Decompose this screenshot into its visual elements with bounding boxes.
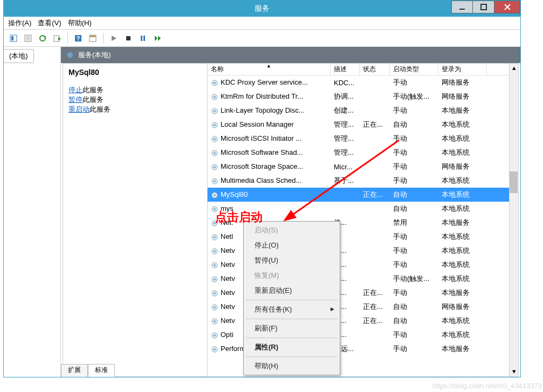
cm-resume: 恢复(M): [245, 268, 339, 283]
export-button[interactable]: [51, 32, 64, 45]
watermark: https://blog.csdn.net/m0_43413373: [432, 382, 542, 390]
cm-refresh[interactable]: 刷新(F): [245, 321, 339, 336]
sort-indicator-icon: ▲: [266, 64, 271, 68]
svg-point-57: [214, 292, 216, 294]
svg-point-29: [214, 96, 216, 98]
col-startup[interactable]: 启动类型: [390, 64, 438, 75]
svg-point-39: [214, 166, 216, 168]
start-service-button[interactable]: [107, 32, 120, 45]
restart-suffix: 此服务: [90, 105, 111, 113]
svg-point-33: [214, 124, 216, 126]
svg-point-35: [214, 138, 216, 140]
svg-point-51: [214, 250, 216, 252]
svg-text:?: ?: [77, 35, 80, 42]
svg-rect-20: [141, 36, 142, 41]
svg-point-43: [214, 194, 216, 196]
svg-point-47: [214, 222, 216, 224]
svg-marker-18: [112, 36, 116, 41]
list-button[interactable]: [86, 32, 99, 45]
service-row[interactable]: MySql80正在...自动本地系统: [208, 188, 518, 202]
col-desc[interactable]: 描述: [331, 64, 360, 75]
svg-rect-19: [126, 36, 130, 40]
tab-extended[interactable]: 扩展: [61, 364, 88, 377]
cm-restart[interactable]: 重新启动(E): [245, 283, 339, 298]
svg-point-41: [214, 180, 216, 182]
svg-rect-5: [11, 36, 13, 40]
refresh-button[interactable]: [36, 32, 49, 45]
close-button[interactable]: [494, 1, 520, 13]
col-status[interactable]: 状态: [360, 64, 390, 75]
properties-button[interactable]: [22, 32, 35, 45]
selected-service-name: MySql80: [68, 68, 202, 77]
scroll-thumb[interactable]: [510, 171, 518, 193]
svg-point-65: [214, 348, 216, 350]
cm-stop[interactable]: 停止(O): [245, 238, 339, 253]
svg-point-49: [214, 236, 216, 238]
cm-pause[interactable]: 暂停(U): [245, 253, 339, 268]
context-menu: 启动(S) 停止(O) 暂停(U) 恢复(M) 重新启动(E) 所有任务(K) …: [243, 221, 340, 375]
tree-node-local[interactable]: (本地): [4, 49, 34, 63]
svg-rect-0: [459, 9, 465, 10]
gear-icon: [66, 51, 74, 59]
maximize-button[interactable]: [473, 1, 494, 13]
pause-service-button[interactable]: [136, 32, 149, 45]
svg-rect-1: [481, 4, 486, 10]
service-row[interactable]: KDC Proxy Server service...KDC...手动网络服务: [208, 75, 518, 90]
toolbar: ?: [4, 30, 520, 47]
menu-help[interactable]: 帮助(H): [68, 18, 92, 28]
tab-standard[interactable]: 标准: [88, 364, 115, 377]
tree-pane: (本地): [4, 47, 61, 377]
col-name[interactable]: 名称▲: [208, 64, 331, 75]
svg-point-25: [69, 54, 71, 56]
restart-link[interactable]: 重启动: [68, 105, 90, 113]
cm-help[interactable]: 帮助(H): [245, 359, 339, 374]
svg-point-55: [214, 278, 216, 280]
service-row[interactable]: KtmRm for Distributed Tr...协调...手动(触发...…: [208, 90, 518, 104]
pause-suffix: 此服务: [83, 95, 104, 104]
svg-point-27: [214, 82, 216, 84]
menubar: 操作(A) 查看(V) 帮助(H): [4, 17, 520, 30]
stop-link[interactable]: 停止: [68, 86, 83, 94]
service-row[interactable]: Microsoft Storage Space...Micr...手动网络服务: [208, 160, 518, 174]
cm-properties[interactable]: 属性(R): [245, 340, 339, 355]
svg-point-31: [214, 110, 216, 112]
svg-marker-23: [158, 36, 161, 41]
menu-action[interactable]: 操作(A): [8, 18, 31, 28]
cm-all-tasks[interactable]: 所有任务(K): [245, 302, 339, 317]
service-row[interactable]: Microsoft Software Shad...管理...手动本地系统: [208, 146, 518, 160]
detail-pane: MySql80 停止此服务 暂停此服务 重启动此服务: [63, 64, 208, 376]
svg-marker-22: [155, 36, 157, 41]
col-logon[interactable]: 登录为: [438, 64, 487, 75]
pane-title: 服务(本地): [78, 50, 111, 60]
svg-point-45: [214, 208, 216, 210]
back-button[interactable]: [7, 32, 20, 45]
svg-rect-17: [90, 36, 95, 37]
svg-rect-21: [143, 36, 145, 41]
svg-point-53: [214, 264, 216, 266]
scrollbar[interactable]: ▴ ▾: [509, 64, 518, 376]
restart-service-button[interactable]: [151, 32, 164, 45]
pause-link[interactable]: 暂停: [68, 95, 83, 104]
menu-view[interactable]: 查看(V): [38, 18, 61, 28]
svg-point-63: [214, 334, 216, 336]
cm-start: 启动(S): [245, 223, 339, 238]
window-title: 服务: [255, 4, 270, 13]
service-row[interactable]: mys自动本地系统: [208, 202, 518, 216]
minimize-button[interactable]: [451, 1, 473, 13]
pane-header: 服务(本地): [61, 47, 520, 63]
service-row[interactable]: Multimedia Class Sched...基于...手动本地系统: [208, 174, 518, 188]
service-row[interactable]: Microsoft iSCSI Initiator ...管理...手动本地系统: [208, 132, 518, 146]
service-row[interactable]: Link-Layer Topology Disc...创建...手动本地服务: [208, 104, 518, 118]
stop-suffix: 此服务: [83, 86, 104, 94]
service-row[interactable]: Local Session Manager管理...正在...自动本地系统: [208, 118, 518, 132]
titlebar[interactable]: 服务: [4, 1, 520, 17]
svg-point-59: [214, 306, 216, 308]
svg-point-61: [214, 320, 216, 322]
stop-service-button[interactable]: [122, 32, 135, 45]
help-button[interactable]: ?: [72, 32, 85, 45]
svg-point-37: [214, 152, 216, 154]
